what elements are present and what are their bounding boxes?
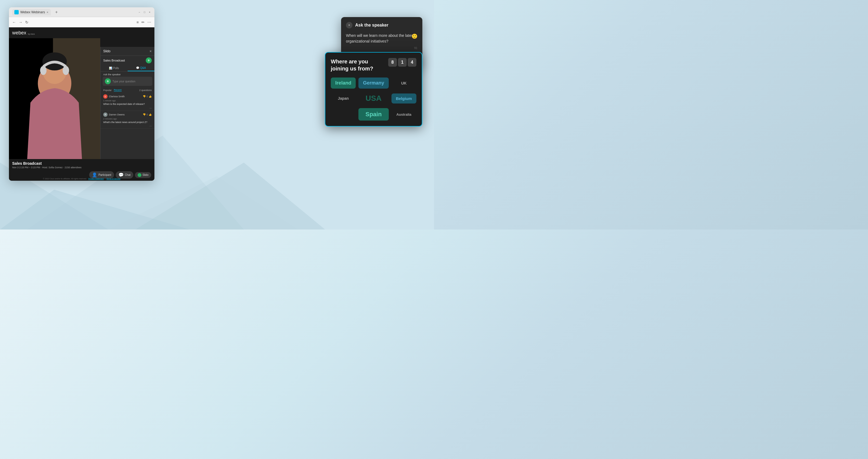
copyright-text: © 2022 Cisco and/or its affiliates. All … — [43, 178, 87, 180]
window-controls: − □ × — [138, 10, 151, 13]
thumbs-down-icon-2: 👎 — [143, 113, 146, 116]
country-belgium-btn[interactable]: Belgium — [392, 93, 416, 103]
svg-point-13 — [63, 66, 69, 75]
svg-marker-2 — [0, 190, 190, 230]
browser-addressbar: ← → ↻ ≡ ✏ ⋯ — [9, 17, 154, 27]
user-avatar-c: C — [103, 94, 107, 99]
chat-btn[interactable]: 💬 Chat — [116, 171, 133, 179]
video-area — [9, 38, 100, 159]
participant-label: Participant — [98, 174, 111, 176]
slido-tab-polls[interactable]: 📊 Polls — [100, 65, 128, 71]
thumbs-down-icon-1: 👎 — [143, 95, 146, 98]
minimize-btn[interactable]: − — [138, 10, 141, 13]
q1-more[interactable]: ... — [103, 106, 152, 109]
joining-title: Where are you joining us from? — [331, 58, 385, 72]
terms-link[interactable]: Terms of Service — [106, 178, 120, 180]
count-badge-2: 1 — [398, 58, 407, 67]
q1-username: Clarissa Smith — [109, 95, 142, 98]
titlebar-left: Webex Webinars × + — [12, 9, 60, 16]
user-avatar-d: D — [103, 113, 107, 117]
q2-time: 2 minutes ago — [103, 118, 152, 120]
thumbs-up-icon-1: 👍 — [149, 95, 152, 98]
country-germany-btn[interactable]: Germany — [359, 78, 389, 89]
browser-titlebar: Webex Webinars × + − □ × — [9, 7, 154, 17]
browser-content: webex by cisco — [9, 27, 154, 181]
slido-panel: Slido × Sales Broadcast B 📊 Polls 💬 Q&A … — [100, 47, 154, 159]
slido-panel-title: Slido — [103, 49, 150, 53]
emoji-btn[interactable]: 🙂 — [411, 33, 417, 40]
refresh-btn[interactable]: ↻ — [25, 20, 28, 24]
slido-input-area[interactable]: B Type your question — [103, 77, 152, 86]
q2-more[interactable]: ... — [103, 124, 152, 127]
slido-close-btn[interactable]: × — [150, 49, 152, 53]
question-item-2: D Darren Owens 👎 0 👍 2 minutes ago What'… — [100, 111, 154, 129]
close-btn[interactable]: × — [148, 10, 151, 13]
q1-text: When is the expected date of release? — [103, 103, 152, 106]
q1-time: 1 minute ago — [103, 99, 152, 102]
footer-legal: © 2022 Cisco and/or its affiliates. All … — [9, 178, 154, 180]
chat-label: Chat — [125, 174, 131, 176]
webex-logo-sub: by cisco — [28, 33, 35, 35]
panel-question: When will we learn more about the latest… — [346, 33, 417, 44]
back-btn[interactable]: ← — [12, 20, 16, 24]
country-japan-btn[interactable]: Japan — [331, 93, 356, 103]
event-meta: Nov 3 2:15 PM – 3:15 PM · Host: Sofia Go… — [12, 166, 151, 169]
joining-header: Where are you joining us from? 8 1 4 — [331, 58, 416, 72]
slido-tabs: 📊 Polls 💬 Q&A — [100, 65, 154, 71]
country-spain-btn[interactable]: Spain — [359, 108, 389, 121]
slido-header: Slido × — [100, 47, 154, 56]
webex-logo: webex by cisco — [12, 30, 35, 36]
q2-text: What's the latest news around project Z? — [103, 121, 152, 124]
edit-icon[interactable]: ✏ — [142, 20, 145, 24]
country-usa-btn[interactable]: USA — [359, 91, 389, 105]
video-placeholder — [9, 38, 100, 159]
browser-tab[interactable]: Webex Webinars × — [12, 9, 51, 16]
tab-title: Webex Webinars — [20, 10, 45, 14]
forward-btn[interactable]: → — [19, 20, 23, 24]
more-icon[interactable]: ⋯ — [147, 20, 151, 24]
slido-btn[interactable]: Slido — [135, 172, 151, 178]
vote-count-1: 0 — [147, 95, 148, 98]
svg-marker-4 — [135, 162, 325, 230]
country-australia-btn[interactable]: Australia — [392, 110, 416, 119]
thumbs-up-icon-2: 👍 — [149, 113, 152, 116]
panel-close-btn[interactable]: × — [346, 22, 352, 28]
browser-window: Webex Webinars × + − □ × ← → ↻ ≡ ✏ ⋯ web… — [9, 7, 154, 181]
qa-icon: 💬 — [136, 66, 139, 69]
maximize-btn[interactable]: □ — [143, 10, 146, 13]
slido-input[interactable]: Type your question — [113, 80, 150, 83]
vote-row-2: 👎 0 👍 — [143, 113, 152, 116]
country-uk-btn[interactable]: UK — [392, 78, 416, 88]
browser-icons: ≡ ✏ ⋯ — [136, 20, 151, 24]
slido-tab-qa[interactable]: 💬 Q&A — [128, 65, 155, 71]
participant-btn[interactable]: 👤 Participant — [89, 171, 114, 179]
panel-title: Ask the speaker — [355, 23, 417, 28]
ask-label: Ask the speaker — [100, 71, 154, 77]
webex-logo-text: webex — [12, 30, 26, 36]
event-title: Sales Broadcast — [12, 161, 151, 165]
question-item-1: C Clarissa Smith 👎 0 👍 1 minute ago When… — [100, 93, 154, 111]
vote-row-1: 👎 0 👍 — [143, 95, 152, 98]
sort-recent-btn[interactable]: Recent — [114, 89, 122, 92]
event-info: Sales Broadcast Nov 3 2:15 PM – 3:15 PM … — [9, 159, 154, 170]
slido-sort-row: Popular Recent 2 questions — [100, 88, 154, 93]
tab-close-btn[interactable]: × — [46, 10, 48, 14]
vote-count-2: 0 — [147, 113, 148, 116]
sort-popular-btn[interactable]: Popular — [103, 89, 112, 92]
privacy-link[interactable]: Privacy Statement — [88, 178, 104, 180]
questions-count: 2 questions — [139, 89, 152, 92]
panel-header: × Ask the speaker — [346, 22, 417, 28]
new-tab-btn[interactable]: + — [53, 9, 60, 16]
count-badges: 8 1 4 — [388, 58, 416, 67]
count-badge-3: 4 — [408, 58, 416, 67]
input-avatar: B — [105, 78, 111, 84]
polls-icon: 📊 — [109, 67, 112, 70]
question-user-row-1: C Clarissa Smith 👎 0 👍 — [103, 94, 152, 99]
menu-icon[interactable]: ≡ — [136, 20, 139, 24]
question-text: When will we learn more about the latest… — [346, 33, 414, 43]
slido-broadcast-name: Sales Broadcast — [103, 59, 144, 62]
count-badge-1: 8 — [388, 58, 397, 67]
webex-favicon — [14, 10, 19, 14]
participant-icon: 👤 — [92, 172, 97, 178]
country-ireland-btn[interactable]: Ireland — [331, 78, 356, 89]
